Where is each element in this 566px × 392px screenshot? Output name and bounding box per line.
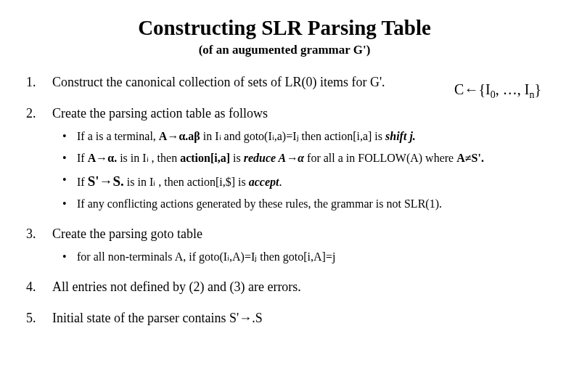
step-2b: If A→α. is in Iᵢ , then action[i,a] is r… (52, 150, 543, 166)
step-2c-dot: . (279, 176, 282, 188)
step-2c: If S'→S. is in Iᵢ , then action[i,$] is … (52, 172, 543, 191)
step-4-text: All entries not defined by (2) and (3) a… (52, 279, 301, 294)
step-4: All entries not defined by (2) and (3) a… (26, 278, 543, 296)
step-2c-mid: is in Iᵢ , then action[i,$] is (124, 176, 249, 188)
step-2d-text: If any conflicting actions generated by … (77, 197, 442, 210)
step-2b-condition: A≠S'. (456, 152, 484, 164)
step-5-text: Initial state of the parser contains S'→… (52, 311, 263, 325)
step-2a-production: A→α.aβ (159, 130, 200, 142)
step-2a-pre: If a is a terminal, (77, 130, 159, 142)
step-2a-mid: in Iᵢ and goto(Iᵢ,a)=Iⱼ then action[i,a]… (200, 130, 385, 142)
step-2b-tail: for all a in FOLLOW(A) where (304, 152, 456, 164)
step-5: Initial state of the parser contains S'→… (26, 309, 543, 327)
slide-title: Constructing SLR Parsing Table (26, 16, 543, 40)
step-2c-action: accept (249, 176, 279, 188)
step-3a-text: for all non-terminals A, if goto(Iᵢ,A)=I… (77, 250, 335, 263)
step-2-sublist: If a is a terminal, A→α.aβ in Iᵢ and got… (52, 128, 543, 211)
step-2c-pre: If (77, 176, 88, 188)
step-2c-production: S'→S. (88, 176, 124, 188)
step-2d: If any conflicting actions generated by … (52, 196, 543, 212)
step-2a: If a is a terminal, A→α.aβ in Iᵢ and got… (52, 128, 543, 144)
slide-subtitle: (of an augumented grammar G') (26, 43, 543, 57)
step-3-sublist: for all non-terminals A, if goto(Iᵢ,A)=I… (52, 249, 543, 265)
step-1-text: Construct the canonical collection of se… (52, 75, 385, 89)
step-3a: for all non-terminals A, if goto(Iᵢ,A)=I… (52, 249, 543, 265)
step-2b-pre: If (77, 152, 88, 164)
step-2-text: Create the parsing action table as follo… (52, 106, 268, 121)
step-2b-production: A→α. (88, 152, 117, 164)
step-2a-action: shift j. (385, 130, 416, 142)
step-3-text: Create the parsing goto table (52, 226, 202, 241)
steps-list: Construct the canonical collection of se… (26, 73, 543, 327)
slide: Constructing SLR Parsing Table (of an au… (0, 0, 566, 392)
step-2b-action: reduce A→α (244, 152, 304, 164)
step-2: Create the parsing action table as follo… (26, 105, 543, 212)
step-3: Create the parsing goto table for all no… (26, 225, 543, 265)
step-2b-mid2: is (230, 152, 244, 164)
step-2b-action-label: action[i,a] (180, 152, 230, 164)
step-2b-mid1: is in Iᵢ , then (117, 152, 180, 164)
step-1: Construct the canonical collection of se… (26, 73, 543, 91)
